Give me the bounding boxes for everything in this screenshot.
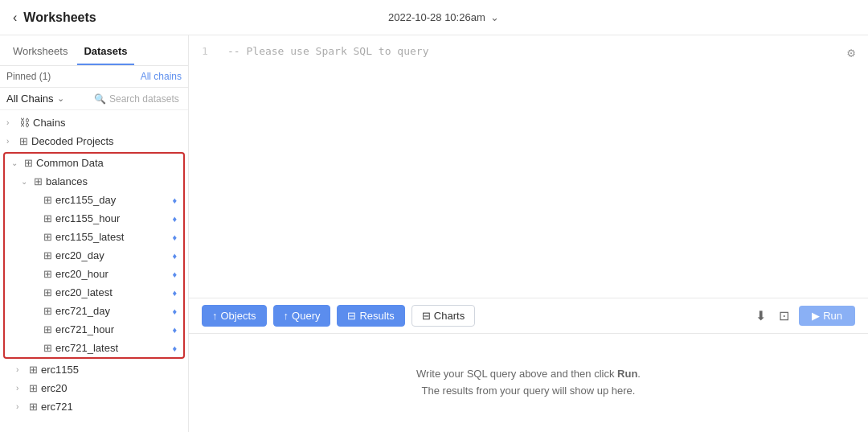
objects-arrow-icon: ↑ bbox=[212, 310, 218, 322]
expand-button[interactable]: ⊡ bbox=[776, 305, 792, 327]
line-number: 1 bbox=[202, 45, 215, 288]
erc721-icon: ⊞ bbox=[29, 401, 38, 413]
tree-item-erc1155[interactable]: › ⊞ erc1155 bbox=[0, 360, 188, 379]
expand-icon: › bbox=[16, 384, 26, 393]
toolbar-right: ⬇ ⊡ ▶ Run bbox=[752, 305, 855, 327]
tree-item-erc20[interactable]: › ⊞ erc20 bbox=[0, 379, 188, 397]
expand-icon: › bbox=[6, 137, 16, 146]
tree-item-erc1155-latest[interactable]: ⊞ erc1155_latest ♦ bbox=[5, 228, 183, 246]
datetime-chevron-icon: ⌄ bbox=[490, 11, 499, 23]
tree-item-label: erc721_hour bbox=[55, 323, 114, 335]
erc20-icon: ⊞ bbox=[29, 382, 38, 394]
settings-icon[interactable]: ⚙ bbox=[847, 45, 855, 60]
run-text-bold: Run bbox=[617, 368, 637, 380]
table-icon: ⊞ bbox=[43, 342, 52, 354]
tree-item-erc721-latest[interactable]: ⊞ erc721_latest ♦ bbox=[5, 339, 183, 357]
bottom-panel: ↑ Objects ↑ Query ⊟ Results ⊟ Charts ⬇ bbox=[189, 298, 868, 432]
tree-item-erc20-day[interactable]: ⊞ erc20_day ♦ bbox=[5, 246, 183, 265]
empty-text-before-run: Write your SQL query above and then clic… bbox=[416, 368, 614, 380]
datetime-label: 2022-10-28 10:26am bbox=[388, 11, 485, 23]
run-button[interactable]: ▶ Run bbox=[799, 306, 855, 326]
expand-icon: › bbox=[16, 402, 26, 411]
common-data-icon: ⊞ bbox=[24, 157, 33, 169]
tree-item-common-data[interactable]: ⌄ ⊞ Common Data bbox=[5, 154, 183, 172]
run-play-icon: ▶ bbox=[812, 310, 820, 322]
chain-chevron-icon: ⌄ bbox=[57, 93, 64, 104]
search-icon: 🔍 bbox=[94, 93, 106, 105]
back-button[interactable]: ‹ bbox=[13, 10, 17, 25]
tree-item-erc20-hour[interactable]: ⊞ erc20_hour ♦ bbox=[5, 265, 183, 283]
tree-item-label: erc1155_day bbox=[55, 194, 116, 206]
tree-item-erc721[interactable]: › ⊞ erc721 bbox=[0, 397, 188, 416]
pinned-label: Pinned (1) bbox=[6, 71, 51, 82]
diamond-icon: ♦ bbox=[172, 325, 177, 335]
tree-item-label: erc721 bbox=[41, 401, 73, 413]
tree-item-erc1155-hour[interactable]: ⊞ erc1155_hour ♦ bbox=[5, 209, 183, 228]
tree-item-chains[interactable]: › ⛓ Chains bbox=[0, 113, 188, 132]
objects-label: Objects bbox=[221, 310, 256, 322]
tree-item-label: erc1155 bbox=[41, 364, 79, 376]
diamond-icon: ♦ bbox=[172, 344, 177, 353]
sidebar-tabs: Worksheets Datasets bbox=[0, 35, 188, 66]
tree-item-erc20-latest[interactable]: ⊞ erc20_latest ♦ bbox=[5, 283, 183, 302]
table-icon: ⊞ bbox=[43, 268, 52, 280]
tree-item-label: erc20 bbox=[41, 382, 68, 394]
tree-item-label: Decoded Projects bbox=[31, 135, 114, 147]
charts-button[interactable]: ⊟ Charts bbox=[411, 305, 475, 327]
diamond-icon: ♦ bbox=[172, 269, 177, 279]
tree-item-label: erc721_day bbox=[55, 305, 110, 317]
empty-state-line1: Write your SQL query above and then clic… bbox=[416, 366, 641, 383]
diamond-icon: ♦ bbox=[172, 251, 177, 261]
diamond-icon: ♦ bbox=[172, 214, 177, 224]
tree-item-decoded-projects[interactable]: › ⊞ Decoded Projects bbox=[0, 132, 188, 150]
bottom-toolbar: ↑ Objects ↑ Query ⊟ Results ⊟ Charts ⬇ bbox=[189, 298, 868, 334]
tree-item-label: erc1155_latest bbox=[55, 231, 124, 243]
tree-item-balances[interactable]: ⌄ ⊞ balances bbox=[5, 172, 183, 191]
expand-icon: ⌄ bbox=[21, 177, 31, 186]
empty-text-period: . bbox=[637, 368, 641, 380]
table-icon: ⊞ bbox=[43, 194, 52, 206]
query-label: Query bbox=[292, 310, 320, 322]
table-icon: ⊞ bbox=[43, 212, 52, 224]
expand-icon: ⌄ bbox=[11, 158, 21, 167]
chain-selector-label: All Chains bbox=[6, 93, 54, 105]
table-icon: ⊞ bbox=[43, 231, 52, 243]
diamond-icon: ♦ bbox=[172, 307, 177, 316]
query-empty-state: Write your SQL query above and then clic… bbox=[189, 334, 868, 432]
all-chains-filter[interactable]: All chains bbox=[141, 71, 182, 82]
balances-icon: ⊞ bbox=[34, 175, 43, 187]
tree-item-label: erc721_latest bbox=[55, 342, 118, 354]
charts-label: Charts bbox=[434, 310, 465, 322]
search-input[interactable] bbox=[109, 93, 182, 105]
decoded-projects-icon: ⊞ bbox=[19, 135, 28, 147]
tab-datasets[interactable]: Datasets bbox=[77, 42, 133, 65]
tree-item-erc721-hour[interactable]: ⊞ erc721_hour ♦ bbox=[5, 320, 183, 339]
diamond-icon: ♦ bbox=[172, 232, 177, 242]
download-button[interactable]: ⬇ bbox=[752, 305, 769, 327]
tree-item-label: erc20_day bbox=[55, 249, 104, 261]
app-header: ‹ Worksheets 2022-10-28 10:26am ⌄ bbox=[0, 0, 868, 35]
results-button[interactable]: ⊟ Results bbox=[337, 305, 404, 327]
main-layout: Worksheets Datasets Pinned (1) All chain… bbox=[0, 35, 868, 432]
empty-state-line2: The results from your query will show up… bbox=[422, 383, 636, 400]
sidebar-filter: Pinned (1) All chains bbox=[0, 66, 188, 88]
dataset-tree: › ⛓ Chains › ⊞ Decoded Projects ⌄ ⊞ Comm… bbox=[0, 110, 188, 432]
header-datetime[interactable]: 2022-10-28 10:26am ⌄ bbox=[388, 11, 499, 23]
tab-worksheets[interactable]: Worksheets bbox=[6, 42, 74, 65]
tree-item-erc721-day[interactable]: ⊞ erc721_day ♦ bbox=[5, 302, 183, 320]
sql-editor[interactable]: 1 -- Please use Spark SQL to query ⚙ bbox=[189, 35, 868, 298]
sidebar: Worksheets Datasets Pinned (1) All chain… bbox=[0, 35, 189, 432]
search-datasets[interactable]: 🔍 bbox=[94, 93, 182, 105]
chain-selector[interactable]: All Chains ⌄ bbox=[6, 93, 64, 105]
query-button[interactable]: ↑ Query bbox=[273, 305, 331, 327]
tree-item-erc1155-day[interactable]: ⊞ erc1155_day ♦ bbox=[5, 191, 183, 209]
tree-item-label: balances bbox=[46, 175, 88, 187]
objects-button[interactable]: ↑ Objects bbox=[202, 305, 267, 327]
table-icon: ⊞ bbox=[43, 323, 52, 335]
editor-placeholder: -- Please use Spark SQL to query bbox=[227, 45, 428, 288]
run-label: Run bbox=[823, 310, 842, 322]
results-icon: ⊟ bbox=[347, 310, 356, 322]
table-icon: ⊞ bbox=[43, 249, 52, 261]
results-label: Results bbox=[359, 310, 394, 322]
tree-item-label: Common Data bbox=[36, 157, 104, 169]
